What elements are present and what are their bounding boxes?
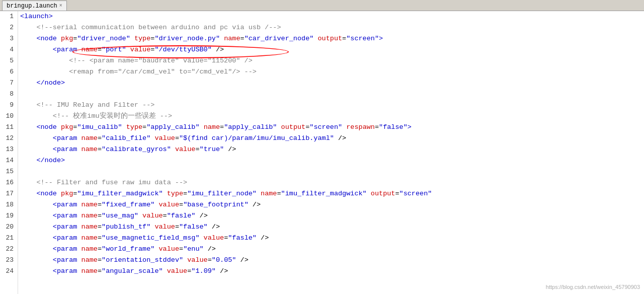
watermark: https://blog.csdn.net/weixin_45790903 <box>546 284 640 290</box>
code-line: <node pkg="imu_filter_madgwick" type="im… <box>20 188 642 199</box>
line-number: 5 <box>4 55 14 66</box>
line-number: 23 <box>4 255 14 266</box>
line-number: 15 <box>4 166 14 177</box>
tab-bar: bringup.launch × <box>0 0 644 11</box>
line-number: 19 <box>4 210 14 222</box>
code-line: <node pkg="imu_calib" type="apply_calib"… <box>20 122 642 133</box>
line-number: 10 <box>4 111 14 122</box>
line-number: 3 <box>4 33 14 44</box>
line-number: 20 <box>4 222 14 233</box>
line-number: 1 <box>4 11 14 22</box>
code-line <box>20 89 642 100</box>
line-number: 7 <box>4 78 14 89</box>
line-numbers: 123456789101112131415161718192021222324 <box>0 11 18 294</box>
tab-bringup-launch[interactable]: bringup.launch × <box>2 1 67 11</box>
code-line: <param name="use_mag" value="fasle" /> <box>20 210 642 222</box>
tab-close-icon[interactable]: × <box>59 3 62 9</box>
line-number: 12 <box>4 133 14 144</box>
code-line: <launch> <box>20 11 642 22</box>
code-line: <param name="angular_scale" value="1.09"… <box>20 266 642 277</box>
code-line: <param name="fixed_frame" value="base_fo… <box>20 199 642 210</box>
line-number: 16 <box>4 177 14 188</box>
code-line: <param name="port" value="/dev/ttyUSB0" … <box>20 44 642 55</box>
code-line: </node> <box>20 78 642 89</box>
line-number: 9 <box>4 100 14 111</box>
tab-label: bringup.launch <box>7 3 57 10</box>
code-line: <param name="use_magnetic_field_msg" val… <box>20 233 642 244</box>
line-number: 4 <box>4 44 14 55</box>
line-number: 14 <box>4 155 14 166</box>
line-number: 22 <box>4 244 14 255</box>
code-line: <!--serial communication between arduino… <box>20 22 642 33</box>
code-line: <param name="orientation_stddev" value="… <box>20 255 642 266</box>
line-number: 18 <box>4 199 14 210</box>
code-area[interactable]: <launch> <!--serial communication betwee… <box>18 11 644 294</box>
code-line: <param name="calibrate_gyros" value="tru… <box>20 144 642 155</box>
line-number: 21 <box>4 233 14 244</box>
code-line: <param name="calib_file" value="$(find c… <box>20 133 642 144</box>
code-line: <node pkg="driver_node" type="driver_nod… <box>20 33 642 44</box>
line-number: 6 <box>4 66 14 78</box>
code-line: <param name="world_frame" value="enu" /> <box>20 244 642 255</box>
code-line: <param name="publish_tf" value="false" /… <box>20 222 642 233</box>
line-number: 13 <box>4 144 14 155</box>
code-line: <!-- Filter and fuse raw imu data --> <box>20 177 642 188</box>
line-number: 17 <box>4 188 14 199</box>
line-number: 8 <box>4 89 14 100</box>
editor: 123456789101112131415161718192021222324 … <box>0 11 644 294</box>
code-line <box>20 166 642 177</box>
code-line: <remap from="/car/cmd_vel" to="/cmd_vel"… <box>20 66 642 78</box>
code-line: <!-- 校准imu安装时的一些误差 --> <box>20 111 642 122</box>
line-number: 11 <box>4 122 14 133</box>
code-line: </node> <box>20 155 642 166</box>
line-number: 2 <box>4 22 14 33</box>
code-line: <!-- IMU Relay and Filter --> <box>20 100 642 111</box>
code-line: <!-- <param name="baudrate" value="11520… <box>20 55 642 66</box>
line-number: 24 <box>4 266 14 277</box>
